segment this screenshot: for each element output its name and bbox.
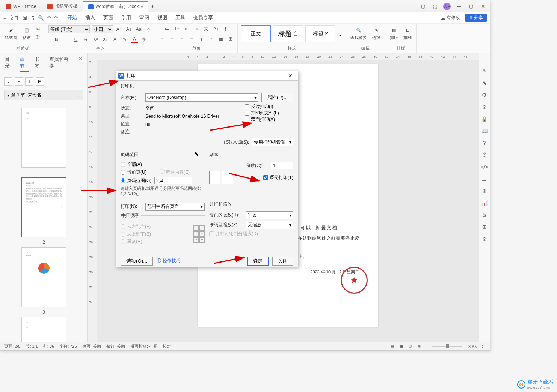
nav-section-header[interactable]: ▾ 第 1 节: 未命名⌄ (4, 90, 83, 100)
save-icon[interactable]: 🖫 (22, 15, 27, 21)
shrink-font-icon[interactable]: A↓ (125, 26, 133, 33)
user-avatar[interactable]: WP (443, 3, 451, 10)
select-button[interactable]: ⬉选择 (371, 25, 382, 41)
nav-tab-bookmarks[interactable]: 书签 (35, 56, 44, 72)
clear-format-icon[interactable]: ◇ (145, 26, 152, 33)
close-button[interactable]: 关闭 (272, 257, 293, 266)
limit-icon[interactable]: ⊘ (482, 104, 487, 110)
borders-icon[interactable]: 田 (227, 35, 234, 43)
tips-link[interactable]: ⓘ操作技巧 (157, 258, 181, 264)
cube-icon[interactable]: ⬚ (431, 3, 439, 10)
nav-remove-button[interactable]: − (15, 77, 23, 86)
undo-icon[interactable]: ↶ (47, 15, 51, 21)
dialog-close-button[interactable]: ✕ (285, 73, 296, 79)
increase-indent-icon[interactable]: ⇥ (193, 25, 200, 33)
settings-icon[interactable]: ⚙ (482, 92, 487, 98)
style-heading2[interactable]: 标题 2 (305, 25, 335, 42)
shading-icon[interactable]: ▦ (217, 35, 225, 43)
nav-add-button[interactable]: + (25, 77, 33, 86)
tab-references[interactable]: 引用 (121, 13, 132, 23)
align-button[interactable]: ⊞排列 (402, 25, 413, 41)
style-normal[interactable]: 正文 (241, 25, 271, 42)
print-what-select[interactable]: 范围中所有页面▾ (145, 203, 205, 211)
copy-icon[interactable]: ⿻ (35, 34, 42, 41)
styles-more-icon[interactable]: ⌄ (338, 30, 343, 38)
cut-icon[interactable]: ✂ (35, 26, 42, 33)
bullets-icon[interactable]: ≔ (163, 25, 171, 33)
highlight-icon[interactable]: ✎ (121, 36, 128, 43)
book-icon[interactable]: 📖 (481, 128, 488, 134)
fullscreen-icon[interactable]: ⛶ (482, 344, 486, 349)
zoom-control[interactable]: − + 80% (427, 344, 477, 349)
view-read-icon[interactable]: ▦ (400, 344, 403, 349)
grow-font-icon[interactable]: A↑ (115, 26, 123, 33)
phonetic-icon[interactable]: 字 (140, 36, 148, 43)
redo-icon[interactable]: ↷ (54, 15, 58, 21)
tab-view[interactable]: 视图 (157, 13, 168, 23)
text-direction-icon[interactable]: 文 (202, 25, 210, 33)
format-painter-button[interactable]: 🖌格式刷 (3, 25, 19, 41)
bold-icon[interactable]: B (53, 36, 60, 43)
add-tab-button[interactable]: + (148, 3, 157, 10)
view-web-icon[interactable]: ▧ (409, 344, 412, 349)
zoom-in-icon[interactable]: + (464, 344, 466, 349)
export-icon[interactable]: ⇲ (482, 212, 487, 218)
select-tool-icon[interactable]: ⬉ (482, 80, 487, 86)
printer-properties-button[interactable]: 属性(P)... (261, 93, 293, 102)
font-color-icon[interactable]: A (131, 36, 138, 43)
text-effects-icon[interactable]: A (111, 36, 119, 43)
ok-button[interactable]: 确定 (247, 257, 269, 266)
minimize-button[interactable]: — (455, 3, 463, 10)
nav-collapse-button[interactable]: ⌄ (4, 77, 12, 86)
print-to-file-checkbox[interactable] (245, 111, 249, 116)
zoom-value[interactable]: 80% (468, 344, 477, 349)
close-window-button[interactable]: ✕ (479, 3, 487, 10)
tab-templates[interactable]: 找稻壳模板 (42, 1, 83, 12)
zoom-out-icon[interactable]: − (427, 344, 429, 349)
superscript-icon[interactable]: X² (92, 36, 99, 43)
distribute-icon[interactable]: ⫿ (198, 35, 205, 43)
tab-home[interactable]: 开始 (66, 13, 78, 23)
share-button[interactable]: ⇪ 分享 (465, 14, 487, 22)
nav-close-button[interactable]: ✕ (78, 56, 83, 72)
font-size-select[interactable]: 小四 (92, 25, 113, 33)
grid-icon[interactable]: ⊞ (482, 224, 487, 230)
plus-icon[interactable]: ⊕ (482, 188, 487, 194)
subscript-icon[interactable]: X₂ (101, 36, 109, 43)
paste-button[interactable]: 📋粘贴 (21, 25, 32, 41)
file-menu[interactable]: 文件 (9, 15, 19, 21)
status-section[interactable]: 节: 1/1 (26, 344, 38, 349)
page-thumb-1[interactable]: 标题· · · · · · (21, 108, 66, 168)
menu-icon[interactable]: ≡ (3, 15, 6, 21)
time-icon[interactable]: ⏱ (482, 152, 487, 158)
style-heading1[interactable]: 标题 1 (273, 25, 303, 42)
code-icon[interactable]: </> (480, 164, 488, 170)
change-case-icon[interactable]: Aa (135, 26, 142, 33)
nav-tab-find[interactable]: 查找和替换 (49, 56, 73, 72)
view-print-icon[interactable]: ▤ (391, 344, 394, 349)
chart-icon[interactable]: 📊 (481, 200, 488, 206)
thumbnails-list[interactable]: 标题· · · · · · 1 第1章标题第1节视频提供了功能强大的方法帮助您证… (0, 102, 87, 342)
page-range-radio[interactable] (121, 178, 125, 183)
numbering-icon[interactable]: 1≡ (173, 25, 181, 33)
nav-tab-toc[interactable]: 目录 (5, 56, 14, 72)
justify-icon[interactable]: ≡ (188, 35, 195, 43)
line-spacing-icon[interactable]: ↕ (207, 35, 215, 43)
zoom-slider[interactable] (432, 346, 462, 347)
sort-icon[interactable]: A↓ (212, 25, 220, 33)
align-left-icon[interactable]: ≡ (158, 35, 166, 43)
italic-icon[interactable]: I (62, 36, 70, 43)
close-panel-icon[interactable]: ⊗ (482, 236, 487, 242)
pages-per-sheet-select[interactable]: 1 版▾ (246, 211, 293, 219)
tab-document[interactable]: word教程（新）.docx (83, 1, 148, 12)
dialog-titlebar[interactable]: W 打印 ✕ (116, 71, 298, 81)
page-range-input[interactable] (154, 177, 192, 184)
tab-review[interactable]: 审阅 (139, 13, 150, 23)
current-page-radio[interactable] (121, 170, 125, 175)
page-thumb-2[interactable]: 第1章标题第1节视频提供了功能强大的方法帮助您证明您的观点。当您单击联机视频时，… (21, 177, 66, 237)
align-center-icon[interactable]: ≡ (168, 35, 176, 43)
all-pages-radio[interactable] (121, 162, 125, 167)
reverse-print-checkbox[interactable] (245, 104, 249, 109)
print-preview-icon[interactable]: 🔍 (38, 15, 44, 21)
underline-icon[interactable]: U (72, 36, 80, 43)
